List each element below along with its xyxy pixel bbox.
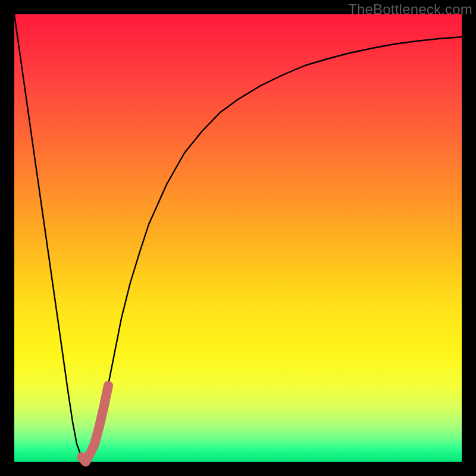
highlight-segment: [82, 386, 108, 462]
bottleneck-curve: [14, 14, 462, 462]
curve-svg: [14, 14, 462, 462]
plot-area: [14, 14, 462, 462]
chart-frame: TheBottleneck.com: [0, 0, 476, 476]
